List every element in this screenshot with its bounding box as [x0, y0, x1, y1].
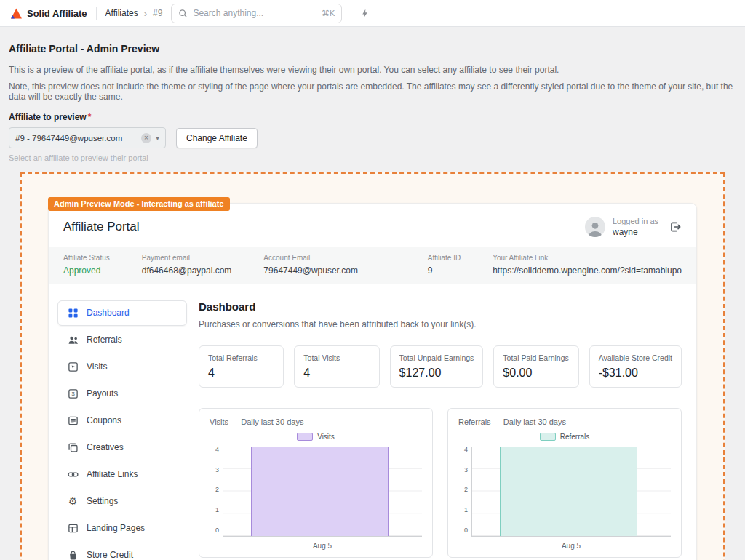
status-badge: Approved: [63, 265, 110, 276]
sidebar-item-store-credit[interactable]: Store Credit: [57, 543, 187, 560]
affiliate-select[interactable]: #9 - 79647449@wpuser.com × ▾: [9, 127, 166, 148]
divider: [96, 7, 97, 20]
plot-area-wrap: 4 3 2 1 0: [458, 447, 671, 537]
sidebar-item-label: Payouts: [87, 388, 118, 399]
sidebar-item-creatives[interactable]: Creatives: [57, 435, 187, 460]
coupons-icon: [67, 415, 79, 426]
sidebar-item-label: Visits: [87, 361, 107, 372]
referrals-chart: Referrals — Daily last 30 days Referrals…: [447, 408, 682, 558]
sidebar-item-coupons[interactable]: Coupons: [57, 408, 187, 433]
chevron-down-icon[interactable]: ▾: [156, 134, 159, 142]
stats-row: Total Referrals 4 Total Visits 4 Total U…: [199, 345, 682, 388]
stat-card-unpaid-earnings: Total Unpaid Earnings $127.00: [390, 345, 484, 388]
sidebar-item-visits[interactable]: Visits: [57, 354, 187, 380]
sidebar-item-label: Store Credit: [87, 550, 133, 560]
dashboard-icon: [67, 307, 79, 319]
breadcrumb-affiliates-link[interactable]: Affiliates: [105, 8, 138, 18]
affiliate-links-icon: [67, 468, 79, 480]
affiliate-status: Affiliate Status Approved: [63, 254, 110, 276]
top-bar: Solid Affiliate Affiliates › #9 ⌘K: [0, 0, 745, 27]
sidebar-item-label: Settings: [87, 496, 118, 506]
breadcrumb-separator-icon: ›: [144, 8, 147, 19]
sidebar-item-payouts[interactable]: $ Payouts: [57, 381, 187, 407]
plot-area-wrap: 4 3 2 1 0: [210, 447, 422, 537]
keyboard-shortcut-hint: ⌘K: [322, 9, 335, 18]
logout-icon[interactable]: [669, 220, 682, 233]
legend-label: Referrals: [560, 433, 590, 441]
plot-area: [471, 447, 671, 537]
creatives-icon: [67, 441, 79, 453]
legend-swatch: [297, 433, 313, 441]
y-axis-tick-label: 2: [464, 487, 468, 493]
username: wayne: [613, 227, 658, 238]
referrals-bar: [500, 447, 637, 536]
referrals-icon: [67, 334, 79, 345]
affiliate-select-value: #9 - 79647449@wpuser.com: [15, 134, 137, 143]
sidebar-item-landing-pages[interactable]: Landing Pages: [57, 516, 187, 541]
page-description-2: Note, this preview does not include the …: [9, 81, 736, 102]
affiliate-portal-card: Admin Preview Mode - Interacting as affi…: [48, 203, 697, 560]
plot-area: [223, 447, 422, 537]
y-axis-tick-label: 1: [464, 507, 468, 513]
sidebar-item-dashboard[interactable]: Dashboard: [57, 300, 187, 326]
bolt-icon[interactable]: [360, 8, 370, 19]
sidebar-item-label: Coupons: [87, 415, 121, 425]
portal-sidebar: Dashboard Referrals: [57, 299, 187, 560]
dashboard-title: Dashboard: [199, 300, 682, 313]
svg-text:$: $: [71, 391, 75, 397]
y-axis-tick-label: 4: [215, 447, 219, 453]
change-affiliate-button[interactable]: Change Affiliate: [176, 128, 258, 148]
clear-selection-icon[interactable]: ×: [141, 133, 151, 143]
stat-card-total-visits: Total Visits 4: [294, 345, 379, 388]
sidebar-item-label: Affiliate Links: [87, 469, 138, 479]
affiliate-info-bar: Affiliate Status Approved Payment email …: [49, 247, 696, 284]
avatar: [585, 217, 605, 237]
y-axis: 4 3 2 1 0: [210, 444, 223, 534]
chart-legend: Visits: [210, 433, 422, 441]
charts-row: Visits — Daily last 30 days Visits 4 3 2: [199, 408, 682, 558]
account-email: Account Email 79647449@wpuser.com: [263, 254, 358, 276]
sidebar-item-settings[interactable]: ⚙ Settings: [57, 489, 187, 514]
visits-bar: [251, 447, 388, 536]
portal-preview-frame: Admin Preview Mode - Interacting as affi…: [20, 172, 725, 560]
payouts-icon: $: [67, 388, 79, 399]
search-icon: [178, 9, 188, 18]
sidebar-item-label: Creatives: [87, 442, 124, 452]
brand[interactable]: Solid Affiliate: [10, 7, 87, 20]
stat-card-total-referrals: Total Referrals 4: [199, 345, 284, 388]
affiliate-select-label: Affiliate to preview*: [9, 112, 736, 122]
x-axis-label: Aug 5: [210, 542, 422, 550]
page-title: Affiliate Portal - Admin Preview: [9, 43, 736, 55]
visits-icon: [67, 361, 79, 372]
logged-in-as-label: Logged in as: [613, 217, 658, 227]
sidebar-item-affiliate-links[interactable]: Affiliate Links: [57, 462, 187, 487]
y-axis: 4 3 2 1 0: [458, 444, 471, 534]
global-search[interactable]: ⌘K: [171, 4, 342, 23]
breadcrumb: Affiliates › #9: [105, 8, 163, 19]
affiliate-link: Your Affiliate Link https://soliddemo.wp…: [493, 254, 682, 276]
page-description-1: This is a preview of the affiliate porta…: [9, 65, 736, 75]
visits-chart: Visits — Daily last 30 days Visits 4 3 2: [199, 408, 433, 558]
search-input[interactable]: [193, 8, 316, 18]
dashboard-subtitle: Purchases or conversions that have been …: [199, 319, 682, 329]
payment-email: Payment email df646468@paypal.com: [142, 254, 232, 276]
legend-label: Visits: [317, 433, 335, 441]
admin-page: Affiliate Portal - Admin Preview This is…: [0, 27, 745, 560]
chart-legend: Referrals: [458, 433, 671, 441]
legend-swatch: [540, 433, 556, 441]
portal-title: Affiliate Portal: [63, 220, 140, 234]
y-axis-tick-label: 3: [464, 467, 468, 473]
affiliate-select-help: Select an affiliate to preview their por…: [9, 153, 736, 162]
y-axis-tick-label: 2: [215, 487, 219, 493]
dashboard-pane: Dashboard Purchases or conversions that …: [187, 299, 682, 560]
admin-preview-badge: Admin Preview Mode - Interacting as affi…: [48, 197, 230, 211]
breadcrumb-current: #9: [153, 8, 162, 18]
stat-card-paid-earnings: Total Paid Earnings $0.00: [493, 345, 578, 388]
y-axis-tick-label: 3: [215, 467, 219, 473]
x-axis-label: Aug 5: [458, 542, 671, 550]
affiliate-id: Affiliate ID 9: [428, 254, 461, 276]
portal-body: Dashboard Referrals: [49, 284, 696, 560]
sidebar-item-label: Referrals: [87, 335, 122, 345]
chart-title: Referrals — Daily last 30 days: [458, 417, 671, 426]
sidebar-item-referrals[interactable]: Referrals: [57, 327, 187, 353]
